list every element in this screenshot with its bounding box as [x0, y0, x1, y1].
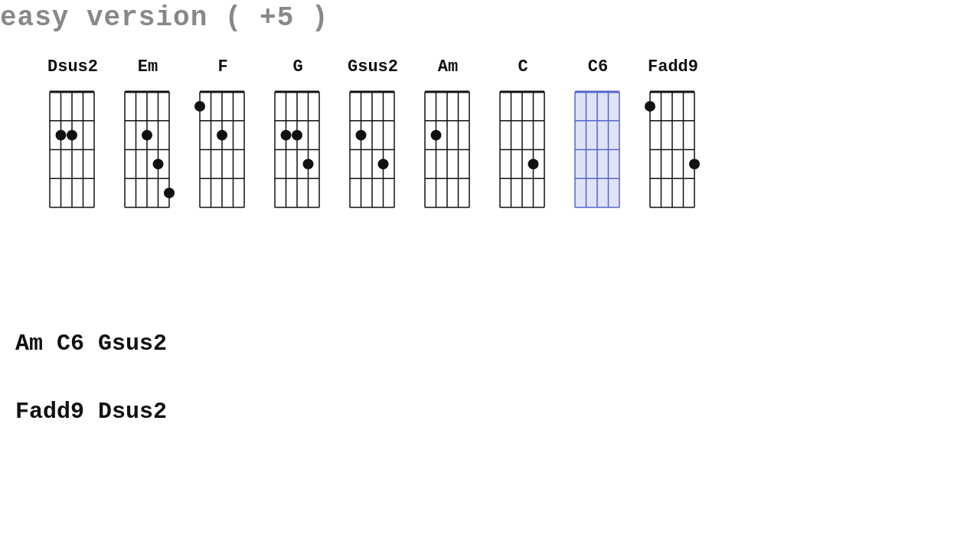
fretboard-g	[267, 81, 328, 215]
fretboard-f	[192, 81, 253, 215]
svg-point-24	[164, 187, 175, 198]
chord-c6: C6	[567, 57, 629, 215]
lyrics-section: Am C6 Gsus2Fadd9 Dsus2	[15, 329, 167, 427]
chord-name-em: Em	[138, 57, 158, 77]
chord-name-fadd9: Fadd9	[648, 57, 698, 77]
chord-name-gsus2: Gsus2	[348, 57, 398, 77]
chord-f: F	[192, 57, 253, 215]
svg-point-49	[303, 158, 314, 169]
chord-name-f: F	[217, 57, 227, 77]
svg-point-60	[356, 130, 367, 141]
chord-name-dsus2: Dsus2	[47, 57, 98, 77]
svg-point-47	[281, 130, 292, 141]
fretboard-am	[417, 81, 479, 215]
chords-section: Dsus2EmFGGsus2AmCC6Fadd9	[42, 57, 704, 215]
chord-em: Em	[117, 57, 178, 215]
svg-point-72	[431, 130, 442, 141]
svg-point-83	[528, 158, 539, 169]
svg-point-35	[194, 101, 205, 112]
chord-gsus2: Gsus2	[342, 57, 403, 215]
fretboard-gsus2	[342, 81, 403, 215]
fretboard-c6	[567, 81, 629, 215]
svg-point-105	[645, 101, 655, 112]
fretboard-dsus2	[42, 81, 103, 215]
chord-am: Am	[417, 57, 479, 215]
lyric-line-0: Am C6 Gsus2	[15, 329, 167, 359]
chord-name-c6: C6	[588, 57, 608, 77]
chord-name-am: Am	[438, 57, 458, 77]
chord-c: C	[492, 57, 554, 215]
fretboard-c	[492, 81, 554, 215]
svg-point-36	[217, 130, 227, 141]
chord-name-g: G	[292, 57, 302, 77]
page-title: easy version ( +5 )	[0, 2, 328, 34]
chord-g: G	[267, 57, 328, 215]
svg-point-48	[292, 130, 302, 141]
svg-rect-94	[575, 92, 619, 207]
lyric-line-1: Fadd9 Dsus2	[15, 397, 167, 427]
svg-point-10	[56, 130, 67, 141]
svg-point-22	[142, 130, 152, 141]
chord-fadd9: Fadd9	[642, 57, 704, 215]
svg-point-23	[153, 158, 164, 169]
svg-point-11	[67, 130, 77, 141]
fretboard-em	[117, 81, 178, 215]
fretboard-fadd9	[642, 81, 704, 215]
chord-dsus2: Dsus2	[42, 57, 103, 215]
svg-point-106	[689, 158, 700, 169]
chord-name-c: C	[518, 57, 528, 77]
svg-point-61	[378, 158, 389, 169]
